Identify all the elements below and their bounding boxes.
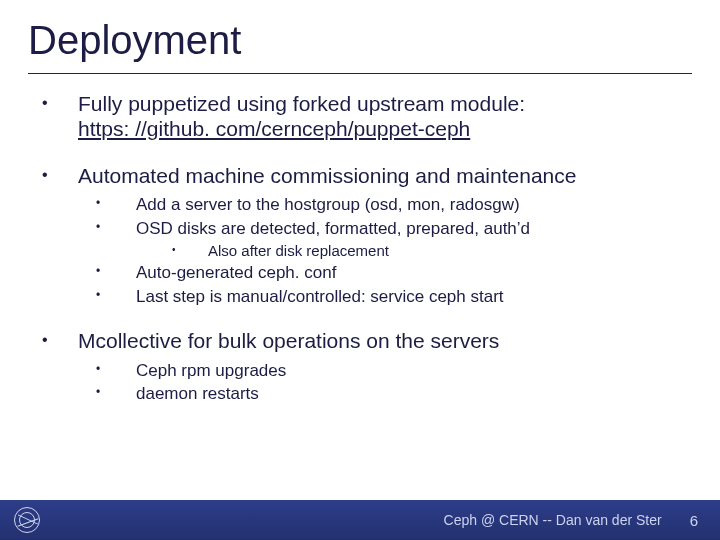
bullet-3-text: Mcollective for bulk operations on the s…: [78, 329, 499, 352]
bullet-2-sub-2: OSD disks are detected, formatted, prepa…: [78, 218, 720, 261]
slide-title: Deployment: [0, 0, 720, 69]
bullet-2-sub-4: Last step is manual/controlled: service …: [78, 286, 720, 307]
bullet-2: Automated machine commissioning and main…: [36, 164, 720, 307]
bullet-2-text: Automated machine commissioning and main…: [78, 164, 576, 187]
bullet-1: Fully puppetized using forked upstream m…: [36, 92, 720, 142]
bullet-3-sub-2: daemon restarts: [78, 383, 720, 404]
bullet-3: Mcollective for bulk operations on the s…: [36, 329, 720, 404]
footer-bar: Ceph @ CERN -- Dan van der Ster 6: [0, 500, 720, 540]
bullet-2-sub-2-text: OSD disks are detected, formatted, prepa…: [136, 219, 530, 238]
bullet-2-sub-2-sub-1: Also after disk replacement: [136, 241, 720, 261]
footer-text: Ceph @ CERN -- Dan van der Ster: [444, 512, 662, 528]
bullet-1-text: Fully puppetized using forked upstream m…: [78, 92, 525, 115]
bullet-2-sublist: Add a server to the hostgroup (osd, mon,…: [78, 194, 720, 307]
slide: Deployment Fully puppetized using forked…: [0, 0, 720, 540]
bullet-2-sub-1: Add a server to the hostgroup (osd, mon,…: [78, 194, 720, 215]
bullet-3-sub-1: Ceph rpm upgrades: [78, 360, 720, 381]
cern-logo-icon: [14, 507, 40, 533]
bullet-3-sublist: Ceph rpm upgrades daemon restarts: [78, 360, 720, 405]
bullet-list: Fully puppetized using forked upstream m…: [36, 92, 720, 404]
slide-content: Fully puppetized using forked upstream m…: [0, 74, 720, 404]
bullet-1-link[interactable]: https: //github. com/cernceph/puppet-cep…: [78, 117, 470, 140]
page-number: 6: [690, 512, 698, 529]
bullet-2-sub-2-sublist: Also after disk replacement: [136, 241, 720, 261]
cern-logo-inner-icon: [19, 512, 35, 528]
bullet-2-sub-3: Auto-generated ceph. conf: [78, 262, 720, 283]
